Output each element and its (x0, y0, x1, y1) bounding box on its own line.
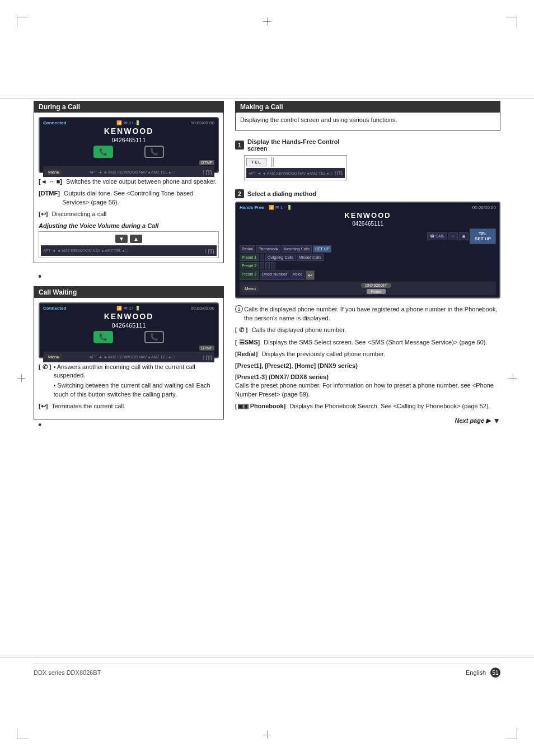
hf-preset2-btn[interactable]: Preset 2 (240, 262, 259, 269)
cw-dtmf-btn[interactable]: DTMF (199, 346, 214, 351)
tel-button-row: TEL ║ (246, 157, 345, 166)
hf-arrow-btn[interactable]: ↔ (448, 232, 458, 240)
mc-circle-1: 1 (235, 305, 243, 313)
item3-label: [↩] (39, 210, 48, 218)
page-footer: DDX series DDX8026BT English 51 (34, 664, 500, 678)
cw-time: 00:00/00:00 (191, 306, 214, 311)
left-bullet1: • (38, 271, 224, 283)
cw-cursor: ↑m (202, 353, 212, 362)
vol-down-btn[interactable]: ▼ (115, 235, 128, 243)
mc-label-7: [▣▣ Phonebook] (235, 402, 285, 410)
hf-hands-free-label: Hands Free (240, 205, 264, 210)
hf-preset3-btn[interactable]: Preset 3 (240, 270, 259, 280)
hf-number: 0426465111 (240, 221, 496, 227)
corner-bl (17, 728, 28, 739)
making-call-desc-items: 1 Calls the displayed phone number. If y… (235, 305, 500, 410)
during-call-body: Connected 📶 ✉ 1↑ 🔋 00:00/00:00 KENWOOD 0… (34, 113, 223, 263)
hf-square-btn[interactable]: ▣ (459, 232, 469, 240)
hf-row2: Redial Phonebook Incoming Calls SET UP (240, 245, 496, 253)
nav-cursor: ↑m (202, 167, 212, 176)
mc-label-5: [Preset1], [Preset2], [Home] (DNX9 serie… (235, 362, 358, 369)
cw-menu-label[interactable]: Menu (45, 354, 62, 360)
during-call-device: Connected 📶 ✉ 1↑ 🔋 00:00/00:00 KENWOOD 0… (39, 117, 219, 173)
tel-button[interactable]: TEL (246, 158, 266, 166)
cw-number: 0426465111 (43, 322, 214, 329)
mc-item-5: [Preset1], [Preset2], [Home] (DNX9 serie… (235, 362, 500, 370)
mc-desc-4: Displays the previously called phone num… (260, 350, 385, 358)
hf-signal: 📶 ✉ 1↑ 🔋 (269, 205, 292, 210)
mc-label-4: [Redial] (235, 350, 257, 358)
item2-label: [DTMF] (39, 189, 60, 198)
device-brand: KENWOOD (43, 127, 214, 136)
hf-phonebook-btn[interactable]: Phonebook (256, 245, 280, 253)
dtmf-btn[interactable]: DTMF (199, 160, 214, 165)
call-waiting-title: Call Waiting (39, 288, 77, 296)
cw-signal-icon: 📶 ✉ 1↑ 🔋 (116, 306, 140, 311)
main-content: During a Call Connected 📶 ✉ 1↑ 🔋 00:00/0… (34, 101, 500, 655)
hf-incoming-btn[interactable]: Incoming Calls (282, 245, 312, 253)
mc-desc-1: Calls the displayed phone number. If you… (244, 305, 500, 323)
making-call-section: Making a Call Displaying the control scr… (235, 101, 500, 130)
hf-top-bar: Hands Free 📶 ✉ 1↑ 🔋 00:00/00:00 (240, 205, 496, 210)
left-column: During a Call Connected 📶 ✉ 1↑ 🔋 00:00/0… (34, 101, 224, 431)
vol-nav-bar: APT ◄ ◄ AMZ KENWOOD NAV ● AMZ TEL ● □ ↑m (41, 245, 217, 256)
call-waiting-section: Call Waiting Connected 📶 ✉ 1↑ 🔋 00:00/00… (34, 286, 224, 419)
menu-label[interactable]: Menu (45, 169, 62, 175)
item3-desc: Disconnecting a call (50, 210, 106, 218)
vol-heading: Adjusting the Voice Volume during a Call (39, 222, 219, 229)
down-arrow-icon: ▼ (493, 416, 500, 425)
mc-desc-2: Calls the displayed phone number. (250, 326, 346, 334)
mc-desc-6: Calls the preset phone number. For infor… (235, 382, 494, 397)
hf-empty2 (260, 262, 264, 269)
step1-num: 1 (235, 141, 244, 150)
rule-bottom (0, 657, 534, 658)
next-page-container: Next page ▶ ▼ (235, 416, 500, 425)
vol-cursor: ↑m (204, 246, 214, 255)
hf-dnx-label: DNX92608T (361, 283, 392, 288)
phone-handset-outline: 📞 (144, 146, 164, 158)
hf-home-btn[interactable]: Home (367, 289, 386, 294)
mc-label-3: [ ☰SMS] (235, 338, 260, 347)
making-call-body: Displaying the control screen and using … (236, 113, 500, 124)
device-top-bar: Connected 📶 ✉ 1↑ 🔋 00:00/00:00 (43, 120, 214, 125)
cw-brand: KENWOOD (43, 312, 214, 321)
mc-label-6: [Preset1-3] (DNX7/ DDX8 series) (235, 374, 329, 380)
cw-item1-content: • Answers another incoming call with the… (53, 363, 219, 399)
cw-signal: 📶 ✉ 1↑ 🔋 (116, 306, 140, 311)
hf-setup-btn[interactable]: SET UP (313, 245, 331, 253)
making-call-header: Making a Call (236, 101, 500, 113)
device-time: 00:00/00:00 (191, 120, 214, 125)
mc-desc-3: Displays the SMS Select screen. See <SMS… (262, 338, 487, 347)
tel-mockup: TEL ║ APT ◄ ◄ AMZ KENWOOD NAV ●AMZ TEL ●… (244, 155, 347, 180)
step2-title: Select a dialing method (247, 190, 316, 197)
hf-tel-btn[interactable]: TELSET UP (470, 228, 496, 244)
mc-item-7: [▣▣ Phonebook] Displays the Phonebook Se… (235, 402, 500, 410)
cw-nav-bar: Menu APT ◄ ◄ AMZ KENWOOD NAV ● AMZ TEL ●… (43, 352, 214, 362)
mc-label-2: [ ✆ ] (235, 326, 247, 334)
step1-header: 1 Display the Hands-Free Controlscreen (235, 138, 500, 152)
vol-up-btn[interactable]: ▲ (130, 235, 142, 243)
step-1: 1 Display the Hands-Free Controlscreen T… (235, 138, 500, 183)
call-waiting-header: Call Waiting (34, 287, 223, 298)
step2-header: 2 Select a dialing method (235, 189, 500, 198)
hf-preset1-btn[interactable]: Preset 1 (240, 254, 259, 261)
hf-missed-btn[interactable]: Missed Calls (297, 254, 324, 261)
cw-item-1: [ ✆ ] • Answers another incoming call wi… (39, 363, 219, 399)
hf-direct-btn[interactable]: Direct Number (260, 270, 289, 280)
hf-brand: KENWOOD (240, 211, 496, 220)
cw-handset-green: 📞 (93, 331, 113, 343)
page-number: 51 (492, 670, 498, 676)
hf-voice-btn[interactable]: Voice (291, 270, 305, 280)
hf-outgoing-btn[interactable]: Outgoing Calls (265, 254, 296, 261)
connected-label: Connected (43, 120, 66, 125)
hf-back-btn[interactable]: ↩ (306, 270, 315, 280)
vol-control: ▼ ▲ (41, 234, 217, 244)
tel-divider: ║ (270, 157, 275, 166)
hf-menu-label[interactable]: Menu (242, 286, 259, 292)
cw-nav-icons: APT ◄ ◄ AMZ KENWOOD NAV ● AMZ TEL ● □ (90, 355, 175, 359)
rule-top (0, 98, 534, 99)
hf-sms-btn[interactable]: ☎ SMS (427, 232, 447, 240)
hf-redial-btn[interactable]: Redial (240, 245, 255, 253)
hands-free-screen: Hands Free 📶 ✉ 1↑ 🔋 00:00/00:00 KENWOOD … (235, 202, 500, 298)
making-call-title: Making a Call (240, 103, 283, 111)
